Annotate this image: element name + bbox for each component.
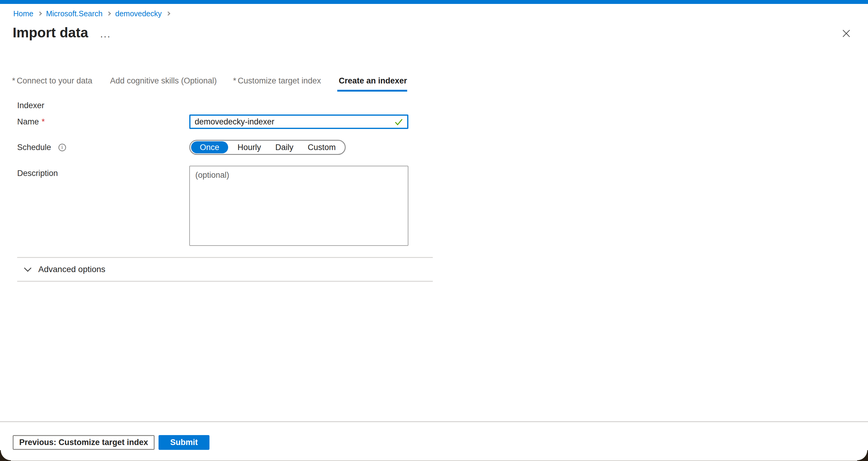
chevron-right-icon — [107, 11, 111, 16]
wizard-tabs: *Connect to your data Add cognitive skil… — [12, 76, 407, 92]
schedule-option-hourly[interactable]: Hourly — [233, 141, 266, 153]
required-marker: * — [12, 76, 16, 85]
schedule-toggle-group: Once Hourly Daily Custom — [189, 140, 346, 155]
name-label: Name — [17, 117, 39, 127]
close-icon — [841, 29, 851, 38]
footer-buttons: Previous: Customize target index Submit — [13, 435, 210, 450]
tab-add-cognitive-skills[interactable]: Add cognitive skills (Optional) — [108, 76, 217, 92]
tab-label: Connect to your data — [17, 76, 93, 85]
page-title: Import data — [13, 25, 88, 40]
window-corner — [857, 450, 868, 461]
close-button[interactable] — [841, 28, 852, 39]
valid-check-icon — [393, 116, 404, 127]
page-header: Import data ... — [13, 25, 114, 40]
top-accent-bar — [0, 0, 868, 4]
name-input[interactable] — [189, 115, 408, 129]
chevron-right-icon — [166, 11, 170, 16]
info-icon[interactable]: i — [59, 144, 66, 151]
tab-create-an-indexer[interactable]: Create an indexer — [337, 76, 407, 92]
tab-label: Create an indexer — [339, 76, 407, 85]
breadcrumb-link-microsoft-search[interactable]: Microsoft.Search — [46, 9, 103, 18]
name-input-wrapper — [189, 115, 408, 129]
description-textarea[interactable] — [189, 166, 408, 246]
name-field-row: Name * — [17, 115, 433, 129]
chevron-right-icon — [38, 11, 42, 16]
chevron-down-icon — [23, 267, 32, 272]
breadcrumb: Home Microsoft.Search demovedecky — [13, 9, 175, 18]
divider — [17, 281, 433, 282]
tab-label: Add cognitive skills (Optional) — [110, 76, 217, 85]
tab-label: Customize target index — [238, 76, 321, 85]
schedule-option-daily[interactable]: Daily — [270, 141, 298, 153]
previous-button[interactable]: Previous: Customize target index — [13, 435, 155, 450]
submit-button[interactable]: Submit — [158, 435, 210, 450]
schedule-option-once[interactable]: Once — [191, 141, 228, 153]
footer-divider — [0, 421, 868, 422]
indexer-section-label: Indexer — [17, 101, 433, 110]
advanced-options-label: Advanced options — [38, 265, 105, 274]
tab-customize-target-index[interactable]: *Customize target index — [233, 76, 321, 92]
tab-connect-to-your-data[interactable]: *Connect to your data — [12, 76, 92, 92]
breadcrumb-link-demovedecky[interactable]: demovedecky — [115, 9, 161, 18]
more-actions-button[interactable]: ... — [97, 30, 114, 38]
required-asterisk: * — [41, 117, 45, 127]
required-marker: * — [233, 76, 236, 85]
schedule-option-custom[interactable]: Custom — [303, 141, 341, 153]
window-corner — [0, 450, 11, 461]
description-field-row: Description — [17, 166, 433, 247]
indexer-form: Indexer Name * Schedule i Once Hourly Da… — [17, 101, 433, 282]
description-label: Description — [17, 169, 58, 178]
advanced-options-toggle[interactable]: Advanced options — [23, 264, 105, 275]
schedule-field-row: Schedule i Once Hourly Daily Custom — [17, 140, 433, 155]
divider — [17, 257, 433, 258]
breadcrumb-link-home[interactable]: Home — [13, 9, 33, 18]
schedule-label: Schedule — [17, 143, 51, 152]
